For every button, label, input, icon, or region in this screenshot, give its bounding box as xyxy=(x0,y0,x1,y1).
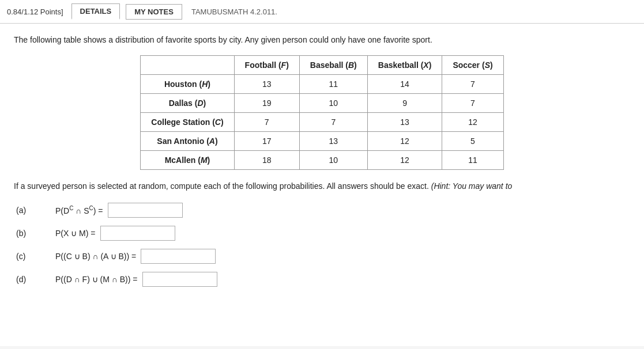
houston-football: 13 xyxy=(234,75,299,94)
table-row: Dallas (D) 19 10 9 7 xyxy=(141,94,503,113)
table-row: Houston (H) 13 11 14 7 xyxy=(141,75,503,94)
hint-text: If a surveyed person is selected at rand… xyxy=(14,180,630,192)
houston-soccer: 7 xyxy=(442,75,503,94)
questions-section: (a) P(DC ∩ SC) = (b) P(X ∪ M) = (c) P((C… xyxy=(14,203,630,287)
table-row: San Antonio (A) 17 13 12 5 xyxy=(141,132,503,151)
question-c-label: (c) xyxy=(16,252,51,261)
question-a-expr: P(DC ∩ SC) = xyxy=(55,205,103,215)
col-header-soccer: Soccer (S) xyxy=(442,56,503,75)
col-header-football: Football (F) xyxy=(234,56,299,75)
main-content: The following table shows a distribution… xyxy=(0,24,644,346)
hint-main: If a surveyed person is selected at rand… xyxy=(14,181,431,191)
question-d-label: (d) xyxy=(16,275,51,284)
city-mcallen: McAllen (M) xyxy=(141,151,234,170)
sa-baseball: 13 xyxy=(299,132,367,151)
question-d-expr: P((D ∩ F) ∪ (M ∩ B)) = xyxy=(55,275,138,284)
question-c-input[interactable] xyxy=(141,249,216,264)
mcallen-soccer: 11 xyxy=(442,151,503,170)
col-header-baseball: Baseball (B) xyxy=(299,56,367,75)
cs-football: 7 xyxy=(234,113,299,132)
hint-italic: (Hint: You may want to xyxy=(431,181,513,191)
tab-details[interactable]: DETAILS xyxy=(71,3,120,20)
city-college-station: College Station (C) xyxy=(141,113,234,132)
sa-basketball: 12 xyxy=(367,132,442,151)
dallas-football: 19 xyxy=(234,94,299,113)
dallas-basketball: 9 xyxy=(367,94,442,113)
table-row: College Station (C) 7 7 13 12 xyxy=(141,113,503,132)
tab-notes[interactable]: MY NOTES xyxy=(126,4,182,20)
sa-soccer: 5 xyxy=(442,132,503,151)
city-houston: Houston (H) xyxy=(141,75,234,94)
sa-football: 17 xyxy=(234,132,299,151)
city-san-antonio: San Antonio (A) xyxy=(141,132,234,151)
cs-soccer: 12 xyxy=(442,113,503,132)
sports-table: Football (F) Baseball (B) Basketball (X)… xyxy=(140,55,503,170)
cs-baseball: 7 xyxy=(299,113,367,132)
points-label: 0.84/1.12 Points] xyxy=(7,7,63,16)
top-bar: 0.84/1.12 Points] DETAILS MY NOTES TAMUB… xyxy=(0,0,644,24)
col-header-city xyxy=(141,56,234,75)
houston-basketball: 14 xyxy=(367,75,442,94)
question-c-row: (c) P((C ∪ B) ∩ (A ∪ B)) = xyxy=(16,249,630,264)
col-header-basketball: Basketball (X) xyxy=(367,56,442,75)
problem-description: The following table shows a distribution… xyxy=(14,34,630,46)
course-label: TAMUBUSMATH 4.2.011. xyxy=(191,7,277,16)
question-d-input[interactable] xyxy=(142,272,217,287)
city-dallas: Dallas (D) xyxy=(141,94,234,113)
question-b-input[interactable] xyxy=(100,226,175,241)
table-row: McAllen (M) 18 10 12 11 xyxy=(141,151,503,170)
dallas-soccer: 7 xyxy=(442,94,503,113)
mcallen-baseball: 10 xyxy=(299,151,367,170)
question-a-row: (a) P(DC ∩ SC) = xyxy=(16,203,630,218)
mcallen-basketball: 12 xyxy=(367,151,442,170)
question-b-row: (b) P(X ∪ M) = xyxy=(16,226,630,241)
question-c-expr: P((C ∪ B) ∩ (A ∪ B)) = xyxy=(55,252,136,261)
dallas-baseball: 10 xyxy=(299,94,367,113)
question-a-label: (a) xyxy=(16,206,51,215)
question-b-expr: P(X ∪ M) = xyxy=(55,229,96,238)
sports-table-wrapper: Football (F) Baseball (B) Basketball (X)… xyxy=(14,55,630,170)
cs-basketball: 13 xyxy=(367,113,442,132)
question-d-row: (d) P((D ∩ F) ∪ (M ∩ B)) = xyxy=(16,272,630,287)
houston-baseball: 11 xyxy=(299,75,367,94)
mcallen-football: 18 xyxy=(234,151,299,170)
question-b-label: (b) xyxy=(16,229,51,238)
question-a-input[interactable] xyxy=(108,203,183,218)
